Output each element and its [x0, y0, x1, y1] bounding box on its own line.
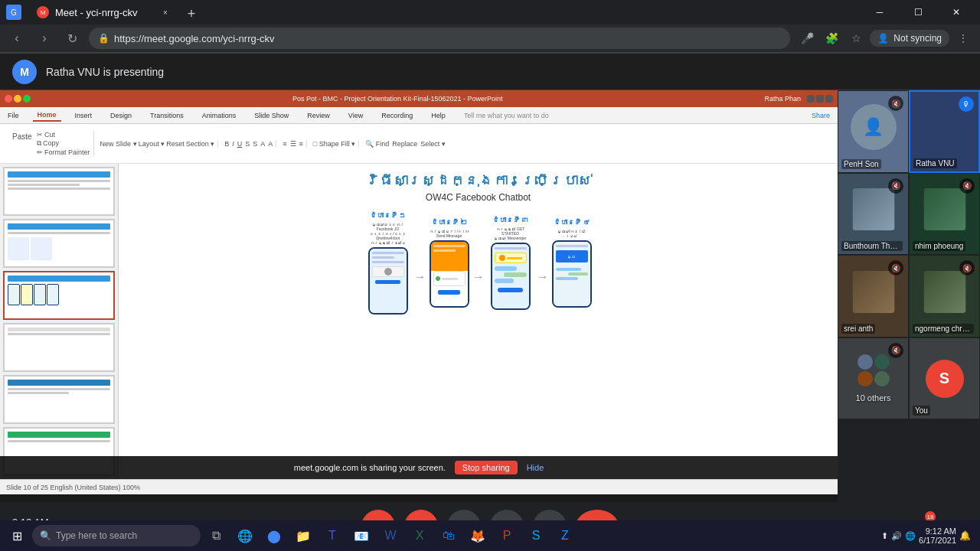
taskbar-outlook[interactable]: 📧: [348, 522, 375, 549]
taskbar-clock[interactable]: 9:12 AM 6/17/2021: [919, 527, 956, 545]
toolbar-fontsize2[interactable]: A: [268, 140, 273, 148]
ppt-btn1[interactable]: [807, 95, 815, 103]
others-count: 10 others: [854, 393, 893, 403]
taskbar-firefox[interactable]: 🦊: [464, 522, 492, 549]
toolbar-shapes[interactable]: □ Shape Fill ▾: [313, 140, 355, 148]
tray-icon2[interactable]: 🔊: [891, 531, 902, 541]
close-button[interactable]: ✕: [939, 0, 974, 24]
taskbar-excel[interactable]: X: [406, 522, 433, 549]
ribbon-help[interactable]: Help: [426, 110, 450, 121]
toolbar-paste[interactable]: Paste: [9, 131, 35, 156]
toolbar-find[interactable]: 🔍 Find: [365, 140, 389, 148]
task-view-button[interactable]: ⧉: [202, 522, 230, 549]
taskbar-edge[interactable]: 🌐: [231, 522, 259, 549]
toolbar-fontsize[interactable]: A: [260, 140, 265, 148]
taskbar-zoom[interactable]: Z: [551, 522, 579, 549]
ribbon-view[interactable]: View: [344, 110, 368, 121]
ribbon-slideshow[interactable]: Slide Show: [250, 110, 293, 121]
ribbon-recording[interactable]: Recording: [377, 110, 417, 121]
participant-tile-6[interactable]: 🔇 ngormeng chroun: [909, 255, 980, 337]
toolbar-layout[interactable]: Layout ▾: [139, 140, 165, 148]
tray-icon3[interactable]: 🌐: [905, 531, 916, 541]
more-options-icon[interactable]: ⋮: [952, 28, 974, 49]
toolbar-copy[interactable]: ⧉ Copy: [37, 139, 90, 148]
toolbar-section[interactable]: Section ▾: [186, 140, 215, 148]
slide-thumb-8[interactable]: 8: [3, 167, 115, 216]
participant-tile-3[interactable]: 🔇 Bunthourn Theap: [838, 173, 909, 256]
ppt-min-btn[interactable]: [14, 95, 21, 103]
ribbon-review[interactable]: Review: [302, 110, 335, 121]
slide-thumb-10[interactable]: 10: [3, 271, 115, 320]
microphone-icon[interactable]: 🎤: [796, 28, 818, 49]
tab-close-button[interactable]: ×: [159, 6, 172, 18]
new-tab-button[interactable]: +: [181, 3, 202, 24]
taskbar-store[interactable]: 🛍: [435, 522, 462, 549]
ribbon-insert[interactable]: Insert: [70, 110, 97, 121]
toolbar-bold[interactable]: B: [224, 140, 229, 148]
participant-tile-5[interactable]: 🔇 srei anth: [838, 255, 909, 337]
ribbon-home[interactable]: Home: [33, 109, 61, 122]
participant-tile-2[interactable]: 🎙 Ratha VNU: [909, 90, 980, 173]
browser-icon: G: [6, 5, 21, 20]
slide-thumb-9[interactable]: 9: [3, 219, 115, 268]
slide-thumb-11[interactable]: 11: [3, 323, 115, 372]
back-button[interactable]: ‹: [6, 28, 28, 49]
ribbon-animations[interactable]: Animations: [198, 110, 241, 121]
toolbar-select[interactable]: Select ▾: [420, 140, 446, 148]
toolbar-cut[interactable]: ✂ Cut: [37, 131, 90, 139]
toolbar-align-left[interactable]: ≡: [283, 140, 286, 148]
notifications-button[interactable]: 🔔: [959, 530, 971, 541]
url-bar[interactable]: 🔒 https://meet.google.com/yci-nrrg-ckv: [89, 28, 790, 49]
stop-sharing-button[interactable]: Stop sharing: [455, 461, 518, 474]
taskbar-teams[interactable]: T: [318, 522, 346, 549]
ribbon-file[interactable]: File: [3, 110, 24, 121]
address-bar: ‹ › ↻ 🔒 https://meet.google.com/yci-nrrg…: [0, 24, 980, 52]
ribbon-design[interactable]: Design: [106, 110, 136, 121]
slide-thumb-12[interactable]: 12: [3, 375, 115, 424]
refresh-button[interactable]: ↻: [61, 28, 83, 49]
toolbar-strikethrough[interactable]: S: [245, 140, 250, 148]
ribbon-transitions[interactable]: Transitions: [145, 110, 188, 121]
participant-tile-4[interactable]: 🔇 nhim phoeung: [909, 173, 980, 256]
forward-button[interactable]: ›: [34, 28, 55, 49]
toolbar-reset[interactable]: Reset: [166, 140, 185, 148]
thumb-line11-2: [8, 333, 110, 335]
ppt-max-btn[interactable]: [23, 95, 31, 103]
minimize-button[interactable]: ─: [862, 0, 897, 24]
presenting-text: Ratha VNU is presenting: [46, 66, 164, 78]
hide-button[interactable]: Hide: [527, 463, 544, 472]
toolbar-shadow[interactable]: S: [253, 140, 257, 148]
ribbon-share[interactable]: Share: [807, 110, 835, 121]
toolbar-align-right[interactable]: ≡: [299, 140, 303, 148]
ppt-user: Ratha Phan: [764, 95, 801, 103]
toolbar-replace[interactable]: Replace: [392, 140, 417, 148]
ribbon-search[interactable]: Tell me what you want to do: [459, 110, 554, 121]
toolbar-italic[interactable]: I: [232, 140, 234, 148]
ppt-btn2[interactable]: [816, 95, 824, 103]
maximize-button[interactable]: ☐: [900, 0, 936, 24]
ps4-r1: [556, 245, 588, 247]
tray-icon1[interactable]: ⬆: [881, 531, 888, 541]
participant-tile-1[interactable]: 👤 🔇 PenH Son: [838, 90, 909, 173]
profile-button[interactable]: 👤 Not syncing: [870, 30, 949, 47]
taskbar-explorer[interactable]: 📁: [289, 522, 317, 549]
taskbar-skype[interactable]: S: [522, 522, 550, 549]
toolbar-align-center[interactable]: ☰: [290, 140, 296, 148]
taskbar-powerpoint[interactable]: P: [493, 522, 521, 549]
taskbar-chrome[interactable]: ⬤: [260, 522, 288, 549]
ppt-close-btn[interactable]: [5, 95, 12, 103]
toolbar-underline[interactable]: U: [237, 140, 243, 148]
start-button[interactable]: ⊞: [3, 522, 31, 549]
search-bar[interactable]: 🔍 Type here to search: [32, 525, 201, 546]
taskbar-word[interactable]: W: [377, 522, 404, 549]
active-tab[interactable]: M Meet - yci-nrrg-ckv ×: [28, 0, 181, 24]
ppt-btn3[interactable]: [825, 95, 833, 103]
toolbar-new-slide[interactable]: New Slide ▾: [100, 140, 137, 148]
thumb-line1: [8, 180, 110, 182]
participant-tile-others[interactable]: 10 others 🔇: [838, 337, 909, 420]
toolbar-format-painter[interactable]: ✏ Format Painter: [37, 148, 90, 156]
bookmark-icon[interactable]: ☆: [845, 28, 867, 49]
extension-icon[interactable]: 🧩: [821, 28, 842, 49]
participant-tile-you[interactable]: S You: [909, 337, 980, 420]
presentation-area: Pos Pot - BMC - Project Orientation Kit-…: [0, 90, 838, 502]
